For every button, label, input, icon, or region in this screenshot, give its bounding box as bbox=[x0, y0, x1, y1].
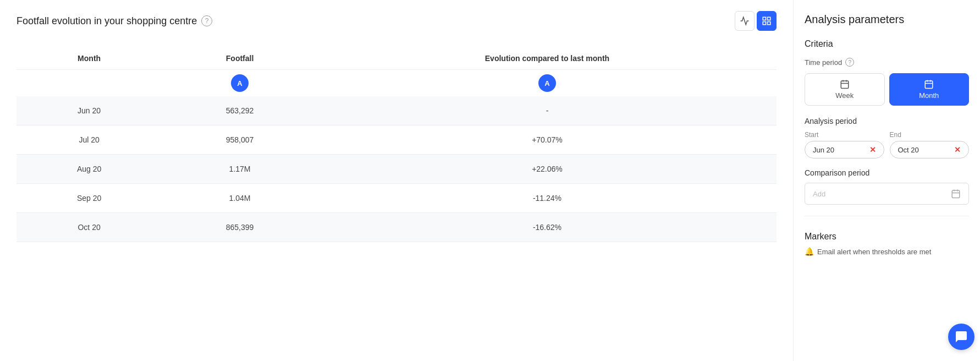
end-label: End bbox=[890, 131, 970, 139]
add-placeholder: Add bbox=[813, 190, 825, 198]
start-date-clear-button[interactable]: ✕ bbox=[869, 145, 876, 154]
table-view-button[interactable] bbox=[757, 11, 777, 31]
calendar-icon bbox=[951, 189, 961, 199]
cell-month: Jun 20 bbox=[16, 96, 162, 125]
date-row: Start Jun 20 ✕ End Oct 20 ✕ bbox=[805, 131, 969, 158]
svg-rect-2 bbox=[768, 22, 770, 25]
data-table: Month Footfall Evolution compared to las… bbox=[16, 47, 777, 242]
main-content: Footfall evolution in your shopping cent… bbox=[0, 0, 793, 361]
end-date-value: Oct 20 bbox=[898, 146, 919, 154]
avatar-footfall: A bbox=[162, 70, 318, 97]
svg-rect-4 bbox=[841, 81, 849, 89]
header-row: Footfall evolution in your shopping cent… bbox=[16, 11, 777, 31]
comparison-section: Comparison period Add bbox=[805, 168, 969, 205]
table-header-row: Month Footfall Evolution compared to las… bbox=[16, 47, 777, 70]
avatar-a-evolution: A bbox=[538, 74, 556, 92]
empty-cell bbox=[16, 70, 162, 97]
table-row: Aug 201.17M+22.06% bbox=[16, 155, 777, 184]
end-date-wrap: End Oct 20 ✕ bbox=[890, 131, 970, 158]
time-period-label: Time period ? bbox=[805, 58, 969, 67]
help-icon[interactable]: ? bbox=[201, 15, 212, 26]
svg-rect-12 bbox=[952, 190, 960, 198]
cell-footfall: 865,399 bbox=[162, 213, 318, 242]
col-evolution: Evolution compared to last month bbox=[318, 47, 777, 70]
markers-section: Markers 🔔 Email alert when thresholds ar… bbox=[805, 232, 969, 256]
start-date-value: Jun 20 bbox=[813, 146, 834, 154]
col-month: Month bbox=[16, 47, 162, 70]
table-row: Jul 20958,007+70.07% bbox=[16, 125, 777, 155]
analysis-period-label: Analysis period bbox=[805, 117, 969, 125]
start-date-wrap: Start Jun 20 ✕ bbox=[805, 131, 884, 158]
markers-title: Markers bbox=[805, 232, 969, 242]
criteria-label: Criteria bbox=[805, 39, 969, 49]
email-alert-label: 🔔 Email alert when thresholds are met bbox=[805, 247, 969, 256]
start-label: Start bbox=[805, 131, 884, 139]
cell-evolution: +22.06% bbox=[318, 155, 777, 184]
month-period-button[interactable]: Month bbox=[889, 73, 970, 106]
table-row: Sep 201.04M-11.24% bbox=[16, 184, 777, 213]
sidebar: Analysis parameters Criteria Time period… bbox=[793, 0, 980, 361]
cell-month: Oct 20 bbox=[16, 213, 162, 242]
svg-rect-8 bbox=[926, 81, 933, 89]
comparison-period-label: Comparison period bbox=[805, 168, 969, 177]
cell-evolution: - bbox=[318, 96, 777, 125]
title-area: Footfall evolution in your shopping cent… bbox=[16, 15, 212, 27]
week-period-button[interactable]: Week bbox=[805, 73, 885, 106]
svg-rect-0 bbox=[763, 17, 766, 20]
start-date-chip[interactable]: Jun 20 ✕ bbox=[805, 141, 884, 158]
cell-footfall: 563,292 bbox=[162, 96, 318, 125]
bell-icon: 🔔 bbox=[805, 247, 814, 256]
col-footfall: Footfall bbox=[162, 47, 318, 70]
chat-bubble-button[interactable] bbox=[948, 324, 975, 350]
page-title: Footfall evolution in your shopping cent… bbox=[16, 15, 197, 27]
cell-evolution: -11.24% bbox=[318, 184, 777, 213]
avatar-a-footfall: A bbox=[231, 74, 249, 92]
sidebar-divider bbox=[805, 216, 969, 216]
avatar-evolution: A bbox=[318, 70, 777, 97]
cell-evolution: -16.62% bbox=[318, 213, 777, 242]
add-comparison-input[interactable]: Add bbox=[805, 183, 969, 205]
time-period-help-icon[interactable]: ? bbox=[845, 58, 854, 67]
svg-rect-3 bbox=[763, 22, 766, 25]
cell-month: Jul 20 bbox=[16, 125, 162, 155]
table-row: Oct 20865,399-16.62% bbox=[16, 213, 777, 242]
end-date-chip[interactable]: Oct 20 ✕ bbox=[890, 141, 970, 158]
end-date-clear-button[interactable]: ✕ bbox=[954, 145, 961, 154]
cell-month: Aug 20 bbox=[16, 155, 162, 184]
cell-footfall: 958,007 bbox=[162, 125, 318, 155]
cell-evolution: +70.07% bbox=[318, 125, 777, 155]
table-row: Jun 20563,292- bbox=[16, 96, 777, 125]
avatar-row: A A bbox=[16, 70, 777, 97]
chart-view-button[interactable] bbox=[735, 11, 755, 31]
period-toggle: Week Month bbox=[805, 73, 969, 106]
view-toggle bbox=[735, 11, 777, 31]
sidebar-title: Analysis parameters bbox=[805, 13, 969, 26]
cell-footfall: 1.04M bbox=[162, 184, 318, 213]
cell-month: Sep 20 bbox=[16, 184, 162, 213]
chat-icon bbox=[955, 330, 968, 343]
table-body: Jun 20563,292-Jul 20958,007+70.07%Aug 20… bbox=[16, 96, 777, 242]
cell-footfall: 1.17M bbox=[162, 155, 318, 184]
svg-rect-1 bbox=[768, 17, 770, 20]
